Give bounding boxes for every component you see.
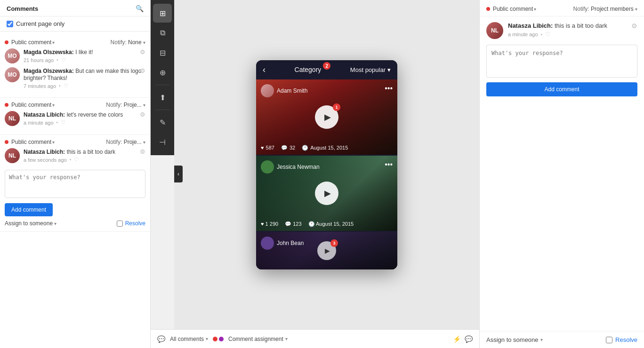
comment-type-label[interactable]: Public comment ▾ xyxy=(11,102,55,108)
comment-type-label[interactable]: Public comment ▾ xyxy=(11,39,55,46)
notify-value[interactable]: None xyxy=(128,39,142,46)
component-tool-button[interactable]: ⊟ xyxy=(153,43,172,62)
more-options-icon-2[interactable]: ••• xyxy=(385,160,393,169)
device-tool-button[interactable]: ⊕ xyxy=(153,63,172,82)
rcp-body: Natasza Libich: this is a bit too dark a… xyxy=(508,22,637,39)
video-user-info-3: John Bean xyxy=(261,237,304,250)
edit-tool-button[interactable]: ✎ xyxy=(153,113,172,132)
avatar: NL xyxy=(5,148,20,163)
comment-group-1: Public comment ▾ Notify: None ▾ MO Magda… xyxy=(0,35,150,98)
comments-title: Comments xyxy=(7,5,38,12)
dot-purple[interactable] xyxy=(219,337,224,341)
tools-container: ⊞ ⧉ ⊟ ⊕ ⬆ ✎ ⊣ ‹ xyxy=(151,0,174,348)
play-button[interactable]: ▶ 1 xyxy=(315,105,338,129)
exit-tool-button[interactable]: ⊣ xyxy=(153,133,172,151)
lightning-button[interactable]: ⚡ xyxy=(453,335,461,343)
comment-item: MO Magda Olszewska: I like it! 21 hours … xyxy=(5,48,145,63)
status-dot xyxy=(5,103,8,107)
rcp-assign-chevron-icon: ▾ xyxy=(540,337,543,342)
date-stat: 🕐 August 15, 2015 xyxy=(302,145,348,151)
comments-list: Public comment ▾ Notify: None ▾ MO Magda… xyxy=(0,32,150,348)
comment-options-button[interactable]: ⚙ xyxy=(140,148,145,155)
collapse-button[interactable]: ‹ xyxy=(174,166,183,182)
like-icon[interactable]: ♡ xyxy=(61,57,66,63)
add-comment-button[interactable]: Add comment xyxy=(5,203,53,216)
rcp-like-icon[interactable]: ♡ xyxy=(545,31,550,38)
comments-stat-2: 💬 123 xyxy=(285,221,301,227)
prototype-tool-button[interactable]: ⊞ xyxy=(153,4,172,23)
search-button[interactable]: 🔍 xyxy=(136,5,144,12)
avatar: MO xyxy=(5,48,20,63)
comment-icon: 💬 xyxy=(157,335,165,343)
rcp-type-row: Public comment ▾ Notify: Project members… xyxy=(480,0,644,16)
current-page-checkbox[interactable] xyxy=(7,21,13,27)
rcp-notify-value[interactable]: Project members xyxy=(591,6,634,12)
back-icon[interactable]: ‹ xyxy=(263,65,266,75)
bottom-bar: 💬 All comments ▾ Comment assignment ▾ ⚡ … xyxy=(151,329,479,348)
share-tool-button[interactable]: ⬆ xyxy=(153,88,172,107)
comment-body: Magda Olszewska: But can we make this lo… xyxy=(24,67,145,89)
phone-filter[interactable]: Most popular ▾ xyxy=(350,66,391,73)
comment-body: Natasza Libich: this is a bit too dark a… xyxy=(24,148,145,163)
avatar: NL xyxy=(5,111,20,126)
rcp-meta: a minute ago • ♡ xyxy=(508,31,637,38)
chevron-down-icon: ▾ xyxy=(52,140,55,145)
resolve-checkbox[interactable] xyxy=(117,221,123,227)
notify-chevron-icon: ▾ xyxy=(143,40,145,45)
all-comments-chevron-icon: ▾ xyxy=(206,336,208,341)
like-icon[interactable]: ♡ xyxy=(61,119,65,126)
all-comments-dropdown[interactable]: All comments ▾ xyxy=(170,336,208,342)
rcp-resolve-checkbox[interactable] xyxy=(606,337,612,343)
comment-type-label[interactable]: Public comment ▾ xyxy=(11,139,55,145)
comment-body: Magda Olszewska: I like it! 21 hours ago… xyxy=(24,48,145,63)
resolve-area: Resolve xyxy=(117,220,145,227)
resolve-label[interactable]: Resolve xyxy=(125,220,145,227)
rcp-notify-chevron-icon: ▾ xyxy=(635,7,637,12)
like-icon[interactable]: ♡ xyxy=(64,83,68,89)
status-dot xyxy=(5,40,8,44)
notify-label: Notify: Proje... ▾ xyxy=(106,102,145,108)
like-icon[interactable]: ♡ xyxy=(74,157,79,163)
bottom-left: 💬 All comments ▾ Comment assignment ▾ xyxy=(157,335,288,343)
play-button-3[interactable]: ▶ 3 xyxy=(317,241,336,260)
video-card-3: John Bean ▶ 3 xyxy=(256,232,397,269)
video-card-2: Jessica Newman ••• ▶ ♥ 1 290 💬 123 🕐 Aug… xyxy=(256,156,397,231)
notify-label: Notify: None ▾ xyxy=(111,39,145,46)
rcp-response-input[interactable] xyxy=(486,45,637,78)
rcp-add-comment-button[interactable]: Add comment xyxy=(486,82,637,96)
comment-assignment-dropdown[interactable]: Comment assignment ▾ xyxy=(228,336,288,342)
rcp-options-button[interactable]: ⚙ xyxy=(631,22,637,30)
rcp-notify-label: Notify: Project members ▾ xyxy=(573,6,637,12)
rcp-footer: Assign to someone ▾ Resolve xyxy=(480,331,644,348)
rcp-sep: • xyxy=(541,32,543,37)
notify-value[interactable]: Proje... xyxy=(124,102,142,108)
response-input[interactable] xyxy=(5,170,145,198)
video-user-name: Adam Smith xyxy=(277,87,307,94)
rcp-resolve-label[interactable]: Resolve xyxy=(615,336,637,343)
comment-group-3: Public comment ▾ Notify: Proje... ▾ NL N… xyxy=(0,135,150,232)
chat-button[interactable]: 💬 xyxy=(465,335,473,343)
select-tool-button[interactable]: ⧉ xyxy=(153,24,172,42)
comment-item: NL Natasza Libich: let's reverse the col… xyxy=(5,111,145,126)
rcp-status-dot xyxy=(486,7,490,11)
assign-button[interactable]: Assign to someone ▾ xyxy=(5,220,56,227)
play-button-2[interactable]: ▶ xyxy=(315,182,338,205)
comment-meta: a few seconds ago • ♡ xyxy=(24,157,145,163)
rcp-type-chevron-icon: ▾ xyxy=(534,7,536,12)
comment-options-button[interactable]: ⚙ xyxy=(140,48,145,55)
right-comment-panel: Public comment ▾ Notify: Project members… xyxy=(479,0,644,348)
more-options-icon[interactable]: ••• xyxy=(385,84,393,93)
comments-header: Comments 🔍 xyxy=(0,0,150,16)
category-badge-container: Category 2 xyxy=(295,66,322,73)
rcp-assign-button[interactable]: Assign to someone ▾ xyxy=(486,336,543,343)
rcp-type-label[interactable]: Public comment ▾ xyxy=(493,6,536,12)
avatar: MO xyxy=(5,67,20,82)
comment-meta: a minute ago • ♡ xyxy=(24,119,145,126)
left-comments-panel: Comments 🔍 Current page only Public comm… xyxy=(0,0,151,348)
dot-red[interactable] xyxy=(213,337,217,341)
rcp-comment-item: NL Natasza Libich: this is a bit too dar… xyxy=(480,16,644,45)
notify-value[interactable]: Proje... xyxy=(124,139,142,145)
comment-options-button[interactable]: ⚙ xyxy=(140,111,145,118)
notify-chevron-icon: ▾ xyxy=(143,103,145,108)
comment-options-button[interactable]: ⚙ xyxy=(140,67,145,74)
